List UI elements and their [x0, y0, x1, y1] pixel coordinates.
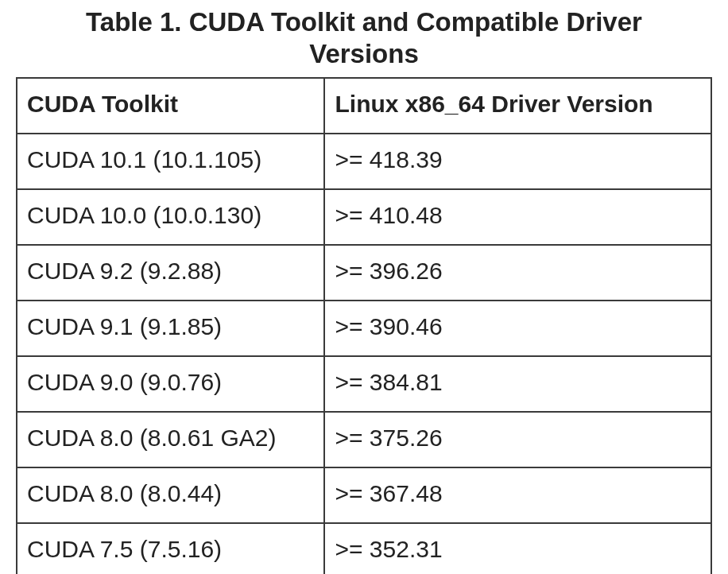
cell-toolkit: CUDA 8.0 (8.0.44) — [17, 467, 324, 523]
cell-toolkit: CUDA 10.1 (10.1.105) — [17, 134, 324, 189]
cell-driver: >= 367.48 — [324, 467, 711, 523]
table-row: CUDA 10.0 (10.0.130) >= 410.48 — [17, 189, 711, 245]
table-row: CUDA 9.2 (9.2.88) >= 396.26 — [17, 245, 711, 301]
cell-driver: >= 384.81 — [324, 356, 711, 412]
table-row: CUDA 8.0 (8.0.44) >= 367.48 — [17, 467, 711, 523]
col-header-driver-version: Linux x86_64 Driver Version — [324, 78, 711, 134]
table-row: CUDA 8.0 (8.0.61 GA2) >= 375.26 — [17, 412, 711, 467]
cell-driver: >= 390.46 — [324, 301, 711, 356]
table-header-row: CUDA Toolkit Linux x86_64 Driver Version — [17, 78, 711, 134]
table-row: CUDA 10.1 (10.1.105) >= 418.39 — [17, 134, 711, 189]
table-caption: Table 1. CUDA Toolkit and Compatible Dri… — [16, 6, 712, 69]
table-row: CUDA 9.1 (9.1.85) >= 390.46 — [17, 301, 711, 356]
cuda-driver-compat-table: CUDA Toolkit Linux x86_64 Driver Version… — [16, 77, 712, 574]
cell-driver: >= 375.26 — [324, 412, 711, 467]
cell-driver: >= 352.31 — [324, 523, 711, 574]
table-row: CUDA 7.5 (7.5.16) >= 352.31 — [17, 523, 711, 574]
cell-toolkit: CUDA 8.0 (8.0.61 GA2) — [17, 412, 324, 467]
cell-toolkit: CUDA 9.2 (9.2.88) — [17, 245, 324, 301]
cell-toolkit: CUDA 7.5 (7.5.16) — [17, 523, 324, 574]
table-row: CUDA 9.0 (9.0.76) >= 384.81 — [17, 356, 711, 412]
cell-driver: >= 396.26 — [324, 245, 711, 301]
cell-toolkit: CUDA 10.0 (10.0.130) — [17, 189, 324, 245]
cell-driver: >= 418.39 — [324, 134, 711, 189]
col-header-cuda-toolkit: CUDA Toolkit — [17, 78, 324, 134]
cell-toolkit: CUDA 9.1 (9.1.85) — [17, 301, 324, 356]
cell-toolkit: CUDA 9.0 (9.0.76) — [17, 356, 324, 412]
cell-driver: >= 410.48 — [324, 189, 711, 245]
